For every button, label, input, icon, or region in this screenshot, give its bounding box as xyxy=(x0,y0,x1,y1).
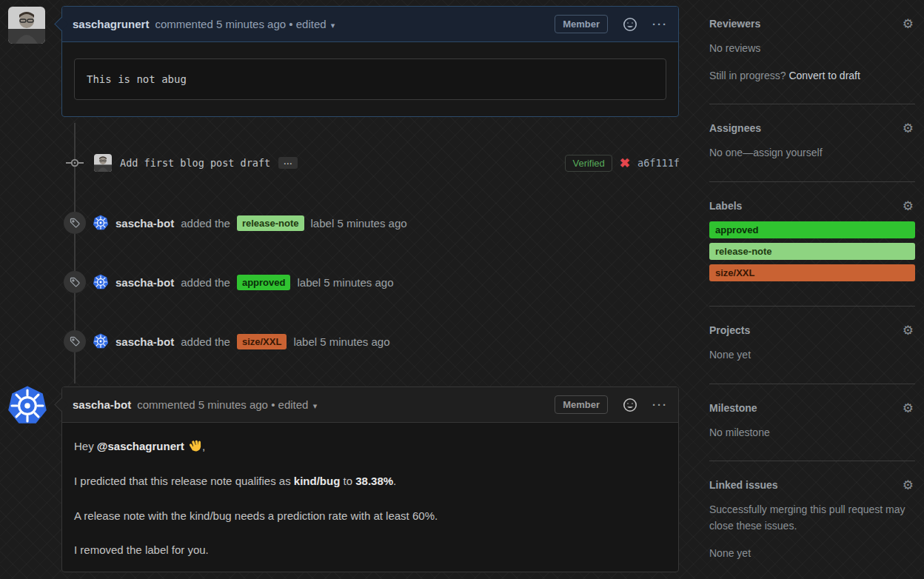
projects-empty: None yet xyxy=(709,347,915,364)
comment-meta: commented 5 minutes ago • edited ▾ xyxy=(155,18,335,30)
comment-paragraph: I removed the label for you. xyxy=(74,542,666,558)
event-author-link[interactable]: sascha-bot xyxy=(116,276,174,289)
label-pill[interactable]: release-note xyxy=(237,215,304,231)
gear-icon[interactable]: ⚙ xyxy=(903,198,914,214)
comment-saschagrunert: saschagrunert commented 5 minutes ago • … xyxy=(61,6,679,117)
pr-conversation-main: saschagrunert commented 5 minutes ago • … xyxy=(0,0,696,579)
gear-icon[interactable]: ⚙ xyxy=(903,323,914,338)
comment-sascha-bot: sascha-bot commented 5 minutes ago • edi… xyxy=(61,386,679,572)
person-avatar-icon xyxy=(8,7,45,44)
edited-dropdown[interactable]: edited ▾ xyxy=(296,18,335,30)
comment-options-button[interactable]: ··· xyxy=(652,18,668,30)
comment-paragraph: A release note with the kind/bug needs a… xyxy=(74,508,666,524)
labels-list: approved release-note size/XXL xyxy=(709,221,915,281)
assignees-title: Assignees xyxy=(709,122,915,134)
sidebar-section-assignees: Assignees ⚙ No one—assign yourself xyxy=(709,104,915,182)
comment-options-button[interactable]: ··· xyxy=(652,398,668,411)
comment-header: saschagrunert commented 5 minutes ago • … xyxy=(62,7,678,42)
gear-icon[interactable]: ⚙ xyxy=(903,478,914,493)
commit-message-link[interactable]: Add first blog post draft xyxy=(120,157,270,169)
sidebar-section-labels: Labels ⚙ approved release-note size/XXL xyxy=(709,182,915,307)
gear-icon[interactable]: ⚙ xyxy=(903,121,914,136)
comment-author-link[interactable]: saschagrunert xyxy=(73,18,149,30)
commit-author-avatar[interactable] xyxy=(94,154,112,172)
mention-link[interactable]: @saschagrunert xyxy=(97,440,184,452)
emoji-reaction-button[interactable] xyxy=(623,398,637,412)
event-text: added the xyxy=(181,276,230,289)
tag-icon xyxy=(64,271,86,293)
comment-caret xyxy=(54,17,67,30)
commit-event-row: Add first blog post draft ... Verified ✖… xyxy=(64,153,680,173)
labels-title: Labels xyxy=(709,200,915,212)
milestone-empty: No milestone xyxy=(709,425,915,441)
projects-title: Projects xyxy=(709,324,915,336)
comment-caret xyxy=(54,398,67,411)
label-event-row: sascha-bot added the size/XXL label 5 mi… xyxy=(64,330,680,352)
event-time: label 5 minutes ago xyxy=(311,217,407,230)
sidebar-section-projects: Projects ⚙ None yet xyxy=(709,307,915,384)
comment-header: sascha-bot commented 5 minutes ago • edi… xyxy=(62,387,678,423)
event-time: label 5 minutes ago xyxy=(293,335,389,348)
event-author-link[interactable]: sascha-bot xyxy=(116,217,174,230)
edited-dropdown[interactable]: edited ▾ xyxy=(278,398,318,411)
comment-paragraph: I predicted that this release note quali… xyxy=(74,473,666,489)
label-event-row: sascha-bot added the release-note label … xyxy=(64,212,680,234)
member-badge: Member xyxy=(555,395,608,414)
smiley-icon xyxy=(623,398,637,412)
sidebar-label-approved[interactable]: approved xyxy=(709,221,915,238)
status-failed-x-icon[interactable]: ✖ xyxy=(620,155,630,171)
event-time: label 5 minutes ago xyxy=(297,276,393,289)
convert-to-draft-link[interactable]: Convert to draft xyxy=(789,70,860,81)
reviewers-title: Reviewers xyxy=(709,18,915,30)
sidebar-label-size-xxl[interactable]: size/XXL xyxy=(709,264,915,281)
commit-expand-button[interactable]: ... xyxy=(278,157,298,169)
reviewers-empty: No reviews xyxy=(709,41,915,57)
label-pill[interactable]: approved xyxy=(237,275,291,290)
sidebar-section-linked-issues: Linked issues ⚙ Successfully merging thi… xyxy=(709,461,915,579)
avatar-sascha-bot[interactable] xyxy=(7,385,48,426)
comment-body: Hey @saschagrunert , I predicted that th… xyxy=(62,423,678,572)
commit-sha-link[interactable]: a6f111f xyxy=(637,157,680,169)
label-pill[interactable]: size/XXL xyxy=(237,334,287,349)
gear-icon[interactable]: ⚙ xyxy=(903,401,914,416)
comment-code-block: This is not abug xyxy=(74,58,666,100)
member-badge: Member xyxy=(555,15,608,33)
comment-author-link[interactable]: sascha-bot xyxy=(73,398,131,411)
verified-badge[interactable]: Verified xyxy=(565,155,612,172)
gear-icon[interactable]: ⚙ xyxy=(903,16,914,32)
event-text: added the xyxy=(181,335,230,348)
assign-yourself-link[interactable]: assign yourself xyxy=(753,147,822,158)
chevron-down-icon: ▾ xyxy=(331,21,335,30)
linked-issues-empty: None yet xyxy=(709,546,915,562)
wave-emoji-icon xyxy=(187,438,202,452)
pr-sidebar: Reviewers ⚙ No reviews Still in progress… xyxy=(709,0,915,579)
event-text: added the xyxy=(181,217,230,230)
comment-meta: commented 5 minutes ago • edited ▾ xyxy=(137,398,317,411)
emoji-reaction-button[interactable] xyxy=(623,17,637,32)
linked-issues-title: Linked issues xyxy=(709,479,915,491)
label-event-row: sascha-bot added the approved label 5 mi… xyxy=(64,271,680,293)
smiley-icon xyxy=(623,17,637,32)
sascha-bot-avatar[interactable] xyxy=(93,333,109,349)
sascha-bot-avatar[interactable] xyxy=(93,215,109,231)
avatar-saschagrunert[interactable] xyxy=(8,7,45,44)
milestone-title: Milestone xyxy=(709,402,915,414)
tag-icon xyxy=(64,212,86,234)
sascha-bot-avatar[interactable] xyxy=(93,274,109,290)
event-author-link[interactable]: sascha-bot xyxy=(116,335,174,348)
chevron-down-icon: ▾ xyxy=(313,401,318,410)
reviewers-hint: Still in progress? Convert to draft xyxy=(709,68,915,84)
comment-paragraph: Hey @saschagrunert , xyxy=(74,438,666,455)
assignees-empty: No one—assign yourself xyxy=(709,145,915,161)
linked-issues-description: Successfully merging this pull request m… xyxy=(709,502,915,534)
tag-icon xyxy=(64,330,86,352)
comment-body: This is not abug xyxy=(62,42,678,116)
sidebar-label-release-note[interactable]: release-note xyxy=(709,243,915,260)
sidebar-section-reviewers: Reviewers ⚙ No reviews Still in progress… xyxy=(709,0,915,104)
git-commit-icon xyxy=(64,158,86,168)
sidebar-section-milestone: Milestone ⚙ No milestone xyxy=(709,384,915,462)
